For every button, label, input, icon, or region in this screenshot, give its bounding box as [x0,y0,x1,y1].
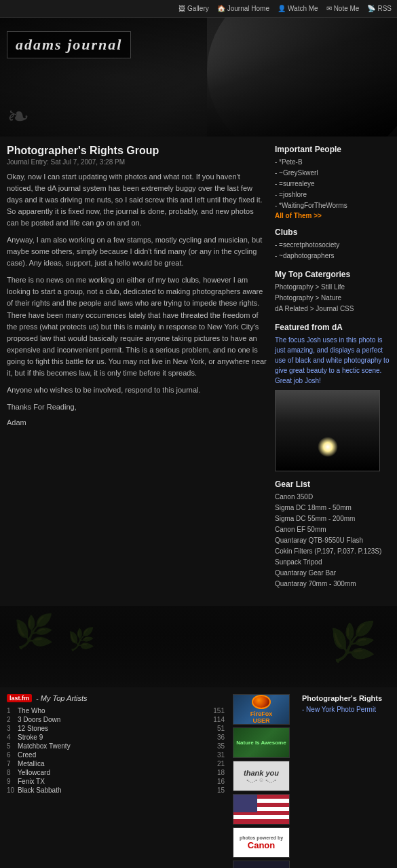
all-of-them-link[interactable]: All of Them >> [275,212,322,219]
iplay-badge: ♪ iPlay [233,861,290,868]
article-para-3: There is no news on me working on either… [7,274,267,378]
lastfm-section: last.fm - My Top Artists 1 The Who 151 2… [7,694,390,868]
artist-name[interactable]: Fenix TX [18,778,204,785]
club-2: - ~daphotographers [275,251,390,261]
firefox-badge: FireFoxUSER [233,694,290,725]
top-categories-section: My Top Catergories Photography > Still L… [275,270,390,314]
artist-number: 2 [7,716,18,723]
cat-3: dA Related > Journal CSS [275,304,390,314]
gallery-icon: 🖼 [178,5,185,12]
artist-count: 18 [204,769,225,776]
club-1: - =secretphotosociety [275,240,390,251]
gear-section: Gear List Canon 350D Sigma DC 18mm - 50m… [275,480,390,590]
featured-section: Featured from dA The focus Josh uses in … [275,323,390,471]
article-para-4: Anyone who wishes to be involved, respon… [7,384,267,396]
leaf-decoration-1: 🌿 [14,613,54,651]
artist-name[interactable]: Stroke 9 [18,734,204,741]
artist-name[interactable]: Metallica [18,760,204,767]
gear-8: Quantaray Gear Bar [275,568,390,579]
rights-link[interactable]: - New York Photo Permit [302,706,376,713]
firefox-label: FireFoxUSER [250,710,273,724]
thankyou-label: thank you [244,769,279,777]
gear-3: Sigma DC 55mm - 200mm [275,513,390,524]
article-para-1: Okay, now I can start updating with phot… [7,171,267,229]
nav-note-me[interactable]: ✉ Note Me [326,5,360,12]
leaf-decoration-3: 🌿 [329,619,377,664]
thankyou-badge: thank you •.¸¸.• ☺ •.¸¸.• [233,761,290,791]
home-icon: 🏠 [217,5,225,12]
artist-name[interactable]: Matchbox Twenty [18,742,204,750]
artist-number: 4 [7,734,18,741]
article-para-2: Anyway, I am also working on a few stamp… [7,234,267,269]
featured-image [275,390,380,471]
artist-row: 6 Creed 31 [7,751,225,759]
gear-5: Quantaray QTB-9550U Flash [275,535,390,546]
cat-1: Photography > Still Life [275,282,390,293]
canon-badge: photos powered by Canon [233,827,290,858]
artist-count: 36 [204,734,225,741]
nature-badge: Nature Is Awesome [233,727,290,758]
artist-row: 3 12 Stones 51 [7,724,225,733]
article-signoff: Adam [7,418,267,427]
gear-7: Sunpack Tripod [275,557,390,568]
artist-number: 8 [7,769,18,776]
artist-row: 2 3 Doors Down 114 [7,715,225,724]
article-title: Photographer's Rights Group [7,145,267,157]
artist-number: 7 [7,760,18,767]
imp-item-1: - *Pete-B [275,157,390,168]
gear-6: Cokin Filters (P.197, P.037. P.123S) [275,546,390,557]
artist-number: 1 [7,707,18,715]
artist-name[interactable]: 12 Stones [18,725,204,732]
artist-row: 7 Metallica 21 [7,759,225,768]
rss-icon: 📡 [367,5,375,12]
featured-text: The focus Josh uses in this photo is jus… [275,335,390,386]
artists-column: last.fm - My Top Artists 1 The Who 151 2… [7,694,225,868]
artist-rows-container: 1 The Who 151 2 3 Doors Down 114 3 12 St… [7,706,225,795]
artist-count: 114 [204,716,225,723]
rights-column: Photographer's Rights - New York Photo P… [302,694,390,868]
canon-label: Canon [248,840,275,850]
lastfm-section-title: - My Top Artists [36,694,88,702]
nav-gallery[interactable]: 🖼 Gallery [178,5,209,12]
artist-count: 15 [204,786,225,794]
clubs-section: Clubs - =secretphotosociety - ~daphotogr… [275,228,390,261]
artist-row: 1 The Who 151 [7,706,225,715]
artist-number: 9 [7,778,18,785]
main-content: Photographer's Rights Group Journal Entr… [0,137,397,606]
usa-blue-canton [233,795,257,812]
artist-count: 51 [204,725,225,732]
badges-column: FireFoxUSER Nature Is Awesome thank you … [233,694,294,868]
article-date: Journal Entry: Sat Jul 7, 2007, 3:28 PM [7,158,267,166]
bottom-area: last.fm - My Top Artists 1 The Who 151 2… [0,687,397,868]
artist-number: 3 [7,725,18,732]
rights-heading: Photographer's Rights [302,694,390,702]
gear-2: Sigma DC 18mm - 50mm [275,503,390,513]
canon-sub-label: photos powered by [240,835,283,840]
artist-row: 10 Black Sabbath 15 [7,786,225,795]
artist-name[interactable]: 3 Doors Down [18,716,204,723]
lastfm-logo: last.fm [7,694,32,702]
artist-row: 5 Matchbox Twenty 35 [7,742,225,751]
artist-count: 21 [204,760,225,767]
artist-name[interactable]: Yellowcard [18,769,204,776]
nav-journal-home[interactable]: 🏠 Journal Home [217,5,269,12]
nature-label: Nature Is Awesome [236,740,286,746]
note-icon: ✉ [326,5,332,12]
top-categories-heading: My Top Catergories [275,270,390,279]
watch-icon: 👤 [278,5,286,12]
nav-watch-me[interactable]: 👤 Watch Me [278,5,318,12]
artist-number: 5 [7,742,18,750]
gear-1: Canon 350D [275,492,390,503]
important-people-section: Important People - *Pete-B - ~GreySkwerl… [275,145,390,219]
footer-dark-divider: 🌿 🌿 🌿 [0,606,397,687]
thankyou-sub: •.¸¸.• ☺ •.¸¸.• [246,777,276,783]
nav-rss[interactable]: 📡 RSS [367,5,392,12]
artist-name[interactable]: Black Sabbath [18,786,204,794]
artist-count: 31 [204,751,225,759]
artist-name[interactable]: The Who [18,707,204,715]
artist-row: 9 Fenix TX 16 [7,777,225,786]
artist-count: 35 [204,742,225,750]
usa-badge [233,794,290,825]
artist-name[interactable]: Creed [18,751,204,759]
header-banner: adams journal ❧ [0,18,397,137]
